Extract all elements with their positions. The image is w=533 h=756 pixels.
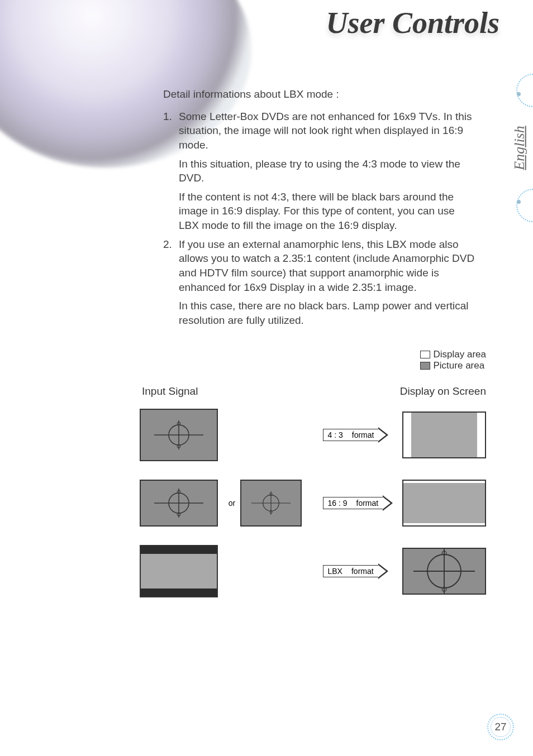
input-frame-4-3 [140, 409, 218, 461]
diagram-row-16-9: or 16 : 9format [140, 472, 497, 534]
format-arrow-4-3: 4 : 3format [323, 425, 398, 444]
input-frame-16-9-a [140, 480, 218, 527]
swatch-picture-area [420, 362, 430, 370]
language-tab: English [494, 84, 533, 212]
diagram-row-lbx: LBXformat [140, 540, 497, 602]
input-frame-16-9-b [240, 480, 302, 527]
legend-label: Picture area [434, 360, 485, 371]
reticle-icon [413, 549, 475, 594]
list-number: 2. [163, 237, 179, 295]
list-subtext: In this situation, please try to using t… [163, 157, 476, 185]
output-frame-4-3 [402, 412, 486, 458]
legend: Display area Picture area [420, 349, 487, 371]
swatch-display-area [420, 351, 430, 358]
list-text: If you use an external anamorphic lens, … [179, 237, 476, 295]
list-item: 1. Some Letter-Box DVDs are not enhanced… [163, 109, 476, 152]
list-text: Some Letter-Box DVDs are not enhanced fo… [179, 109, 476, 152]
diagram-row-4-3: 4 : 3format [140, 404, 497, 466]
reticle-icon [154, 485, 203, 521]
page-number: 27 [487, 714, 514, 740]
intro-line: Detail informations about LBX mode : [163, 87, 476, 102]
list-subtext: In this case, there are no black bars. L… [163, 299, 476, 327]
format-arrow-lbx: LBXformat [323, 562, 398, 581]
column-header-input: Input Signal [142, 385, 198, 398]
page-title: User Controls [326, 6, 499, 40]
page-number-badge: 27 [487, 714, 514, 740]
format-arrow-16-9: 16 : 9format [323, 494, 398, 513]
column-header-output: Display on Screen [400, 385, 486, 398]
body-text: Detail informations about LBX mode : 1. … [163, 84, 476, 332]
output-frame-lbx [402, 548, 486, 595]
reticle-icon [251, 485, 291, 521]
list-subtext: If the content is not 4:3, there will be… [163, 190, 476, 233]
input-frame-lbx [140, 545, 218, 597]
reticle-icon [154, 417, 203, 453]
legend-label: Display area [434, 349, 487, 360]
or-label: or [223, 499, 240, 508]
output-frame-16-9 [402, 480, 486, 527]
language-label: English [511, 126, 528, 170]
list-number: 1. [163, 109, 179, 152]
list-item: 2. If you use an external anamorphic len… [163, 237, 476, 295]
